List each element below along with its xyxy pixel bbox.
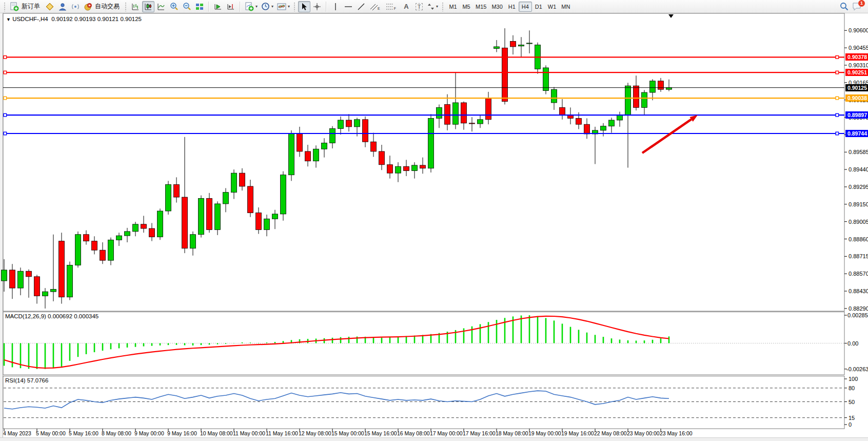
- time-axis-label: 9 May 00:00: [134, 430, 164, 436]
- time-axis-label: 8 May 08:00: [102, 430, 131, 436]
- hline-price-tag: 0.90378: [845, 53, 868, 61]
- hline-price-tag: 0.89897: [845, 111, 868, 119]
- macd-tick: 0.00: [847, 340, 858, 347]
- price-tick: 0.89005: [849, 219, 868, 225]
- rsi-value: 57.0766: [27, 377, 49, 384]
- time-axis-label: 22 May 08:00: [594, 430, 627, 436]
- hline-price-tag: 0.90251: [845, 69, 868, 76]
- time-axis-label: 9 May 16:00: [167, 430, 197, 436]
- rsi-tick: 0: [849, 421, 852, 428]
- time-axis-label: 5 May 00:00: [36, 430, 66, 436]
- time-axis-label: 11 May 00:00: [233, 430, 265, 436]
- macd-tick: -0.002634: [846, 366, 868, 372]
- time-axis-label: 12 May 08:00: [299, 430, 331, 436]
- rsi-name: RSI(14): [5, 377, 26, 384]
- symbol-title: USDCHF-,H4: [12, 16, 48, 22]
- time-axis-label: 19 May 16:00: [561, 430, 594, 436]
- price-tick: 0.89295: [849, 184, 868, 190]
- price-tick: 0.90455: [849, 45, 868, 51]
- price-tick: 0.90310: [849, 62, 868, 68]
- hline-price-tag: 0.90038: [845, 94, 868, 102]
- macd-name: MACD(12,26,9): [5, 313, 46, 319]
- time-axis-label: 16 May 08:00: [397, 430, 430, 436]
- time-axis-label: 17 May 16:00: [463, 430, 496, 436]
- price-tick: 0.88715: [849, 253, 868, 259]
- time-axis-label: 11 May 16:00: [266, 430, 298, 436]
- chart-window: ▼ USDCHF-,H4 0.90192 0.90193 0.90121 0.9…: [0, 14, 868, 441]
- ohlc-readout: 0.90192 0.90193 0.90121 0.90125: [51, 16, 142, 22]
- rsi-tick: 15: [849, 415, 855, 421]
- price-tick: 0.88860: [849, 236, 868, 242]
- macd-values: 0.000692 0.000345: [48, 313, 98, 319]
- time-axis-label: 4 May 2023: [3, 430, 31, 436]
- chart-canvas[interactable]: [0, 0, 868, 441]
- price-tick: 0.88570: [849, 271, 868, 277]
- price-tick: 0.89440: [849, 166, 868, 172]
- macd-label: MACD(12,26,9) 0.000692 0.000345: [5, 313, 98, 319]
- current-price-tag: 0.90125: [845, 84, 868, 91]
- time-axis-label: 15 May 16:00: [364, 430, 397, 436]
- time-axis-label: 18 May 08:00: [496, 430, 528, 436]
- time-axis-label: 19 May 00:00: [528, 430, 561, 436]
- time-axis-label: 23 May 00:00: [627, 430, 660, 436]
- rsi-tick: 100: [849, 376, 858, 382]
- mt4-window: 新订单 自动交: [0, 0, 868, 441]
- time-axis-label: 10 May 08:00: [200, 430, 233, 436]
- rsi-tick: 50: [849, 399, 855, 405]
- rsi-label: RSI(14) 57.0766: [5, 377, 48, 384]
- chart-title: ▼ USDCHF-,H4 0.90192 0.90193 0.90121 0.9…: [6, 16, 142, 22]
- time-axis-label: 17 May 00:00: [430, 430, 463, 436]
- time-axis-label: 5 May 16:00: [69, 430, 98, 436]
- macd-tick: 0.002855: [847, 312, 868, 318]
- price-tick: 0.88430: [849, 288, 868, 294]
- time-axis-label: 15 May 00:00: [331, 430, 364, 436]
- time-axis-label: 23 May 16:00: [660, 430, 693, 436]
- price-tick: 0.90600: [849, 27, 868, 33]
- price-tick: 0.88290: [849, 305, 868, 312]
- symbol-dropdown-icon[interactable]: ▼: [6, 17, 11, 22]
- hline-price-tag: 0.89744: [845, 130, 868, 137]
- rsi-tick: 80: [849, 385, 855, 391]
- price-tick: 0.89585: [849, 149, 868, 155]
- price-tick: 0.89150: [849, 201, 868, 207]
